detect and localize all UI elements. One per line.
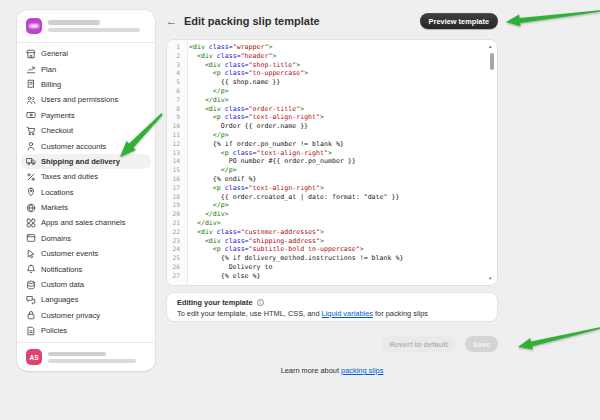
revert-to-default-button[interactable]: Revert to default xyxy=(381,336,455,352)
line-number: 22 xyxy=(167,228,184,237)
sidebar-item-markets[interactable]: Markets xyxy=(21,200,151,215)
code-line[interactable]: 13 <p class="text-align-right"> xyxy=(167,149,487,158)
info-panel-title: Editing your template xyxy=(177,298,253,307)
code-line[interactable]: 21 </div> xyxy=(167,219,487,228)
code-line[interactable]: 14 PO number #{{ order.po_number }} xyxy=(167,157,487,166)
code-line[interactable]: 24 <p class="subtitle-bold to-uppercase"… xyxy=(167,245,487,254)
page-title: Edit packing slip template xyxy=(184,15,320,27)
line-number: 16 xyxy=(167,175,184,184)
code-line[interactable]: 1<div class="wrapper"> xyxy=(167,43,487,52)
sidebar-item-checkout[interactable]: Checkout xyxy=(21,123,151,138)
sidebar-item-plan[interactable]: Plan xyxy=(21,61,151,76)
code-line[interactable]: 6 </p> xyxy=(167,87,487,96)
save-button[interactable]: Save xyxy=(465,336,498,352)
code-content[interactable]: 1<div class="wrapper">2 <div class="head… xyxy=(167,43,487,281)
packing-slips-link[interactable]: packing slips xyxy=(341,366,383,375)
sidebar-item-apps-and-sales-channels[interactable]: Apps and sales channels xyxy=(21,215,151,230)
store-switcher[interactable] xyxy=(17,10,155,43)
line-number: 6 xyxy=(167,87,184,96)
line-number: 9 xyxy=(167,113,184,122)
code-line[interactable]: 20 </div> xyxy=(167,210,487,219)
sidebar-item-payments[interactable]: Payments xyxy=(21,108,151,123)
back-button[interactable]: ← xyxy=(166,16,177,27)
actions-row: Revert to default Save xyxy=(166,336,498,352)
sidebar-item-custom-data[interactable]: Custom data xyxy=(21,277,151,292)
account-avatar: AS xyxy=(26,349,42,365)
liquid-variables-link[interactable]: Liquid variables xyxy=(322,309,373,318)
sidebar-item-general[interactable]: General xyxy=(21,46,151,61)
sidebar-item-customer-accounts[interactable]: Customer accounts xyxy=(21,138,151,153)
receipt-icon xyxy=(26,79,36,89)
code-line[interactable]: 3 <div class="shop-title"> xyxy=(167,61,487,70)
sidebar-item-taxes-and-duties[interactable]: Taxes and duties xyxy=(21,169,151,184)
store-icon xyxy=(26,49,36,59)
info-icon[interactable]: i xyxy=(257,299,264,306)
globe-icon xyxy=(26,203,36,213)
code-line[interactable]: 16 {% endif %} xyxy=(167,175,487,184)
account-name-redacted xyxy=(48,352,106,356)
code-line[interactable]: 22 <div class="customer-addresses"> xyxy=(167,228,487,237)
sidebar-item-locations[interactable]: Locations xyxy=(21,185,151,200)
settings-nav: General Plan Billing Users and permissio… xyxy=(17,43,155,342)
code-line[interactable]: 7 </div> xyxy=(167,96,487,105)
sidebar-item-policies[interactable]: Policies xyxy=(21,323,151,338)
editor-scrollbar[interactable]: ▴ ▾ xyxy=(488,42,496,283)
code-line[interactable]: 23 <div class="shipping-address"> xyxy=(167,237,487,246)
settings-sidebar: General Plan Billing Users and permissio… xyxy=(17,10,155,371)
sidebar-item-billing[interactable]: Billing xyxy=(21,77,151,92)
line-number: 26 xyxy=(167,263,184,272)
code-line[interactable]: 15 </p> xyxy=(167,166,487,175)
scroll-down-icon[interactable]: ▾ xyxy=(489,276,492,281)
code-line[interactable]: 12 {% if order.po_number != blank %} xyxy=(167,140,487,149)
code-line[interactable]: 10 Order {{ order.name }} xyxy=(167,122,487,131)
domain-icon xyxy=(26,233,36,243)
line-number: 4 xyxy=(167,69,184,78)
sidebar-item-languages[interactable]: Languages xyxy=(21,292,151,307)
code-editor[interactable]: 1<div class="wrapper">2 <div class="head… xyxy=(166,39,498,286)
store-avatar xyxy=(26,18,42,34)
line-number: 15 xyxy=(167,166,184,175)
pin-icon xyxy=(26,187,36,197)
sidebar-item-notifications[interactable]: Notifications xyxy=(21,261,151,276)
line-number: 18 xyxy=(167,193,184,202)
sidebar-item-customer-events[interactable]: Customer events xyxy=(21,246,151,261)
code-line[interactable]: 18 {{ order.created_at | date: format: "… xyxy=(167,193,487,202)
sidebar-item-users-and-permissions[interactable]: Users and permissions xyxy=(21,92,151,107)
code-line[interactable]: 25 {% if delivery_method.instructions !=… xyxy=(167,254,487,263)
arrow-to-save-button xyxy=(518,327,600,349)
code-line[interactable]: 4 <p class="to-uppercase"> xyxy=(167,69,487,78)
code-line[interactable]: 27 {% else %} xyxy=(167,272,487,281)
line-number: 24 xyxy=(167,245,184,254)
person-icon xyxy=(26,141,36,151)
code-line[interactable]: 17 <p class="text-align-right"> xyxy=(167,184,487,193)
sidebar-item-domains[interactable]: Domains xyxy=(21,231,151,246)
code-line[interactable]: 9 <p class="text-align-right"> xyxy=(167,113,487,122)
translate-icon xyxy=(26,295,36,305)
code-line[interactable]: 5 {{ shop.name }} xyxy=(167,78,487,87)
scroll-up-icon[interactable]: ▴ xyxy=(489,44,492,49)
cart-icon xyxy=(26,126,36,136)
line-number: 11 xyxy=(167,131,184,140)
line-number: 3 xyxy=(167,61,184,70)
scrollbar-thumb[interactable] xyxy=(490,53,494,70)
store-name-redacted xyxy=(48,20,100,25)
line-number: 2 xyxy=(167,52,184,61)
footer-note: Learn more about packing slips xyxy=(166,366,498,375)
code-line[interactable]: 2 <div class="header"> xyxy=(167,52,487,61)
code-line[interactable]: 8 <div class="order-title"> xyxy=(167,105,487,114)
code-line[interactable]: 11 </p> xyxy=(167,131,487,140)
line-number: 7 xyxy=(167,96,184,105)
line-number: 21 xyxy=(167,219,184,228)
preview-template-button[interactable]: Preview template xyxy=(420,13,498,29)
code-line[interactable]: 19 </p> xyxy=(167,201,487,210)
sidebar-item-shipping-and-delivery[interactable]: Shipping and delivery xyxy=(21,154,151,169)
document-icon xyxy=(26,326,36,336)
line-number: 5 xyxy=(167,78,184,87)
grid-icon xyxy=(26,218,36,228)
users-icon xyxy=(26,95,36,105)
store-avatar-redacted xyxy=(29,24,39,28)
account-switcher[interactable]: AS xyxy=(17,342,155,371)
sidebar-item-customer-privacy[interactable]: Customer privacy xyxy=(21,308,151,323)
line-number: 12 xyxy=(167,140,184,149)
code-line[interactable]: 26 Delivery to xyxy=(167,263,487,272)
